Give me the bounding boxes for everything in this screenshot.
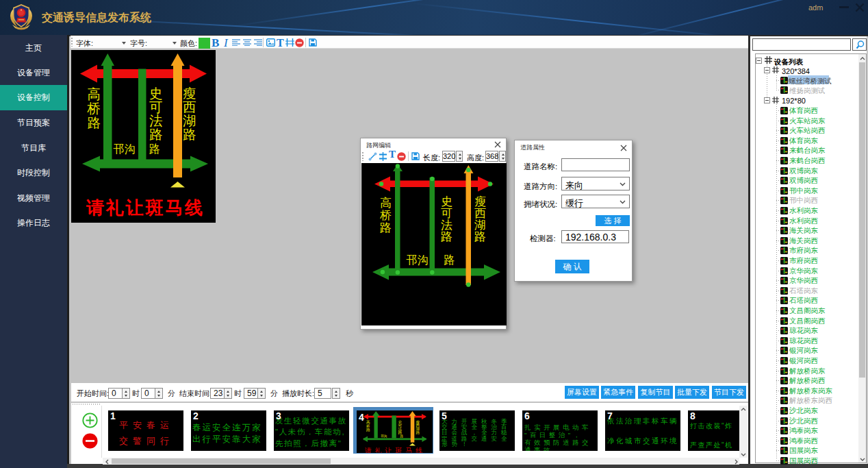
svg-text:高: 高 bbox=[88, 86, 101, 101]
svg-text:邗沟: 邗沟 bbox=[407, 254, 429, 266]
svg-text:邗沟: 邗沟 bbox=[114, 143, 136, 155]
svg-text:请礼让斑马线: 请礼让斑马线 bbox=[86, 197, 205, 218]
svg-text:路: 路 bbox=[149, 127, 163, 142]
svg-text:湖: 湖 bbox=[183, 113, 196, 128]
svg-text:路: 路 bbox=[380, 221, 392, 234]
svg-text:路: 路 bbox=[366, 428, 370, 432]
svg-text:路: 路 bbox=[441, 230, 452, 243]
svg-text:路: 路 bbox=[444, 254, 455, 266]
svg-text:高: 高 bbox=[380, 197, 392, 210]
svg-text:路: 路 bbox=[400, 434, 404, 438]
svg-text:史: 史 bbox=[149, 86, 163, 101]
svg-text:路: 路 bbox=[149, 143, 160, 155]
svg-text:路: 路 bbox=[183, 127, 196, 142]
svg-text:路: 路 bbox=[88, 115, 101, 130]
svg-text:可: 可 bbox=[149, 99, 163, 114]
svg-text:路: 路 bbox=[416, 430, 420, 435]
svg-text:法: 法 bbox=[149, 113, 163, 128]
svg-text:路: 路 bbox=[474, 230, 486, 243]
svg-text:西: 西 bbox=[183, 99, 196, 114]
svg-text:桥: 桥 bbox=[380, 209, 392, 222]
svg-text:瘦: 瘦 bbox=[183, 86, 196, 101]
svg-text:桥: 桥 bbox=[87, 101, 101, 116]
svg-text:请礼让斑马线: 请礼让斑马线 bbox=[364, 447, 426, 454]
